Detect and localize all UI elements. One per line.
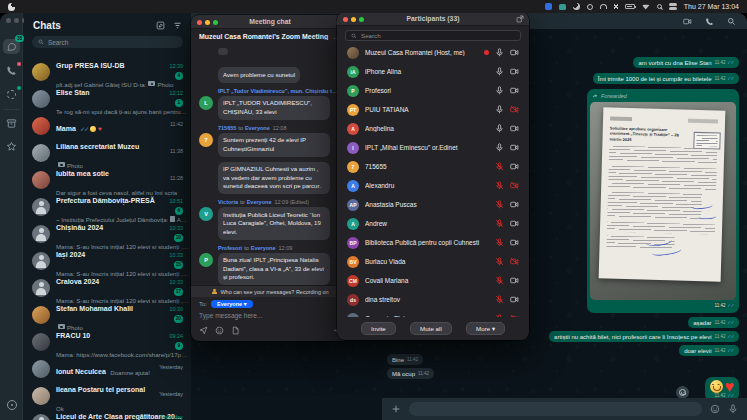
popout-icon[interactable] [516,15,524,24]
chat-avatar [32,279,50,297]
camera-icon[interactable] [510,48,519,57]
mic-icon[interactable] [495,143,504,152]
apple-logo-icon[interactable] [8,3,15,11]
zoom-chat-input[interactable]: Type message here... [199,312,262,319]
sidebar-item-starred[interactable] [3,139,20,154]
participant-row[interactable]: BV Burlacu Vlada [337,252,529,271]
moon-icon[interactable] [573,3,580,10]
recipient-selector[interactable]: Everyone [211,300,253,308]
sidebar-item-status[interactable] [3,87,20,102]
mute-all-button[interactable]: Mute all [410,322,452,335]
camera-icon[interactable] [510,219,519,228]
mic-icon[interactable] [495,162,504,171]
mic-icon[interactable] [495,314,504,317]
emoji-icon[interactable] [215,326,224,335]
emoji-icon[interactable] [710,404,720,414]
filter-icon[interactable] [173,21,182,30]
voice-call-icon[interactable] [705,17,714,26]
participants-search-input[interactable]: Search [345,30,521,41]
participant-row[interactable]: ds dina streltov [337,290,529,309]
mic-icon[interactable] [495,276,504,285]
more-button[interactable]: More ▾ [466,322,505,335]
participant-row[interactable]: BP Biblioteca Publică pentru copii Cuhne… [337,233,529,252]
participant-row[interactable]: I IPLT „Mihai Eminescu” or.Edineț [337,138,529,157]
message-input[interactable] [409,402,702,416]
headphones-icon[interactable] [600,4,607,9]
mic-icon[interactable] [495,105,504,114]
sidebar-item-calls[interactable] [3,63,20,78]
bluetooth-icon[interactable] [614,3,618,10]
chat-search-input[interactable]: Search [32,36,183,48]
wifi-icon[interactable] [642,4,650,10]
mic-icon[interactable] [495,67,504,76]
camera-icon[interactable] [510,86,519,95]
chat-list-item[interactable]: Liceul de Arte Clasa pregătitoare 20… Ro… [24,409,191,420]
mic-icon[interactable] [495,257,504,266]
mic-icon[interactable] [495,124,504,133]
share-icon[interactable] [199,326,208,335]
mic-icon[interactable] [495,200,504,209]
participant-row[interactable]: A Anghelina [337,119,529,138]
record-icon[interactable] [587,4,593,10]
camera-icon[interactable] [510,162,519,171]
mic-icon[interactable] [495,219,504,228]
participant-row[interactable]: A Alexandru [337,176,529,195]
search-icon[interactable] [657,4,662,9]
participant-row[interactable]: 7 715655 [337,157,529,176]
camera-icon[interactable] [510,200,519,209]
privacy-banner[interactable]: Who can see your messages? Recording on [191,285,349,297]
participant-row[interactable]: PT PUIU TATIANA [337,100,529,119]
participant-row[interactable]: A Andrew [337,214,529,233]
message-sender-row: IPLT „Tudor Vladimirescu”, mun. Chișinău… [199,88,341,94]
camera-icon[interactable] [510,314,519,317]
smiley-icon [679,389,686,396]
camera-icon[interactable] [510,124,519,133]
mic-icon[interactable] [495,238,504,247]
control-center-icon[interactable] [669,3,677,10]
document-photo: Solicitare aprobare organizare eveniment… [590,102,736,300]
mic-icon[interactable] [495,295,504,304]
chat-list-item[interactable]: FRACU 10 Mama: https://www.facebook.com/… [24,328,191,355]
window-controls[interactable] [343,17,364,22]
camera-icon[interactable] [510,257,519,266]
file-icon[interactable] [231,326,240,335]
attach-plus-icon[interactable] [391,404,401,414]
camera-icon[interactable] [510,295,519,304]
camera-icon[interactable] [510,143,519,152]
sender-avatar: 7 [199,133,213,147]
video-call-icon[interactable] [683,17,692,26]
menu-bar-clock[interactable]: Thu 27 Mar 13:04 [684,3,739,10]
app-icon[interactable] [545,3,552,10]
camera-icon[interactable] [510,238,519,247]
sidebar-item-archive[interactable] [3,116,20,131]
message-time: 11:42 [407,358,418,363]
battery-icon[interactable] [625,4,635,9]
camera-icon[interactable] [510,67,519,76]
sidebar-item-profile[interactable] [3,397,20,412]
camera-icon[interactable] [510,105,519,114]
sidebar-item-chats[interactable]: 38 [3,39,20,54]
search-icon[interactable] [727,17,736,26]
invite-button[interactable]: Invite [361,322,396,335]
window-controls[interactable] [197,20,218,25]
camera-icon[interactable] [510,181,519,190]
message-time: 12:08 [273,125,287,131]
chat-name: Prefectura Dâmbovița-PRESĂ [56,197,155,204]
participant-row[interactable]: AP Anastasia Puscas [337,195,529,214]
message-image-forwarded[interactable]: Forwarded Solicitare aprobare organizare… [587,89,739,313]
zoom-chat-message: 715655toEveryone12:08 7 Suntem prezenți … [199,125,341,157]
message-input-bar [382,398,747,420]
participant-row[interactable]: CM Covali Mariana [337,271,529,290]
participant-row[interactable]: P Profesori [337,81,529,100]
chat-list-item[interactable]: Elise Stan Te rog să-mi spui dacă ți-au … [24,85,191,112]
participant-row[interactable]: GP Georgeta Pluta [337,309,529,317]
mic-icon[interactable] [728,404,738,414]
mic-icon[interactable] [495,48,504,57]
mic-icon[interactable] [495,181,504,190]
camera-icon[interactable] [510,276,519,285]
mic-icon[interactable] [495,86,504,95]
new-chat-icon[interactable] [156,21,165,30]
participant-row[interactable]: iA iPhone Alina [337,62,529,81]
participant-row[interactable]: Muzeul Casa Romanței (Host, me) [337,43,529,62]
display-icon[interactable] [559,4,566,10]
